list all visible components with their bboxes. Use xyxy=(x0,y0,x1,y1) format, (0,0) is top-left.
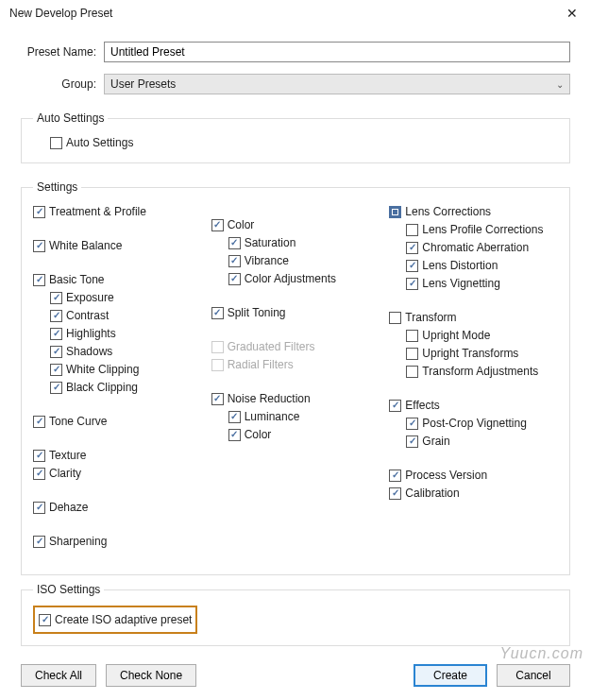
post-crop-vignetting-checkbox[interactable]: Post-Crop Vignetting xyxy=(406,416,558,431)
preset-name-row: Preset Name: xyxy=(21,42,570,62)
checkbox-label: Upright Mode xyxy=(422,328,490,343)
settings-legend: Settings xyxy=(33,180,81,194)
checkbox-icon xyxy=(389,312,401,324)
checkbox-label: Exposure xyxy=(66,290,114,305)
shadows-checkbox[interactable]: Shadows xyxy=(50,344,202,359)
checkbox-label: Color xyxy=(228,217,255,232)
transform-adjustments-checkbox[interactable]: Transform Adjustments xyxy=(406,364,558,379)
lens-distortion-checkbox[interactable]: Lens Distortion xyxy=(406,258,558,273)
checkbox-icon xyxy=(33,274,45,286)
saturation-checkbox[interactable]: Saturation xyxy=(228,235,380,250)
tone-curve-checkbox[interactable]: Tone Curve xyxy=(33,414,202,429)
checkbox-label: Color Adjustments xyxy=(245,271,336,286)
luminance-checkbox[interactable]: Luminance xyxy=(228,409,380,424)
chevron-down-icon: ⌄ xyxy=(556,79,564,90)
checkbox-label: White Balance xyxy=(49,238,122,253)
checkbox-label: Shadows xyxy=(66,344,112,359)
checkbox-icon xyxy=(211,219,224,231)
group-label: Group: xyxy=(21,77,104,91)
color-checkbox[interactable]: Color xyxy=(211,217,380,232)
checkbox-icon xyxy=(389,487,401,500)
checkbox-icon xyxy=(33,536,45,548)
iso-highlight: Create ISO adaptive preset xyxy=(33,606,197,634)
upright-mode-checkbox[interactable]: Upright Mode xyxy=(406,328,558,343)
process-version-checkbox[interactable]: Process Version xyxy=(389,468,558,483)
highlights-checkbox[interactable]: Highlights xyxy=(50,326,202,341)
checkbox-label: Tone Curve xyxy=(49,414,107,429)
checkbox-label: Black Clipping xyxy=(66,380,138,395)
nr-color-checkbox[interactable]: Color xyxy=(228,427,380,442)
check-none-button[interactable]: Check None xyxy=(106,664,196,687)
checkbox-label: Upright Transforms xyxy=(422,346,518,361)
group-select[interactable]: User Presets ⌄ xyxy=(104,74,570,94)
checkbox-icon xyxy=(228,429,241,441)
checkbox-icon xyxy=(33,416,45,428)
auto-settings-legend: Auto Settings xyxy=(33,111,108,125)
create-button[interactable]: Create xyxy=(414,664,487,687)
black-clipping-checkbox[interactable]: Black Clipping xyxy=(50,380,202,395)
color-adjustments-checkbox[interactable]: Color Adjustments xyxy=(228,271,380,286)
checkbox-icon xyxy=(389,206,401,218)
lens-corrections-checkbox[interactable]: Lens Corrections xyxy=(389,204,558,219)
settings-col-3: Lens Corrections Lens Profile Correction… xyxy=(389,201,558,552)
check-all-button[interactable]: Check All xyxy=(21,664,96,687)
preset-name-input[interactable] xyxy=(104,42,570,62)
chromatic-aberration-checkbox[interactable]: Chromatic Aberration xyxy=(406,240,558,255)
checkbox-icon xyxy=(211,359,224,371)
calibration-checkbox[interactable]: Calibration xyxy=(389,486,558,501)
checkbox-label: Sharpening xyxy=(49,534,107,549)
checkbox-icon xyxy=(211,393,224,405)
checkbox-label: Transform Adjustments xyxy=(422,364,538,379)
effects-checkbox[interactable]: Effects xyxy=(389,398,558,413)
checkbox-icon xyxy=(33,468,45,480)
checkbox-label: Lens Vignetting xyxy=(422,276,500,291)
clarity-checkbox[interactable]: Clarity xyxy=(33,466,202,481)
checkbox-icon xyxy=(406,278,418,290)
checkbox-icon xyxy=(33,502,45,514)
settings-columns: Treatment & Profile White Balance Basic … xyxy=(33,201,558,552)
grain-checkbox[interactable]: Grain xyxy=(406,434,558,449)
treatment-profile-checkbox[interactable]: Treatment & Profile xyxy=(33,204,202,219)
iso-settings-legend: ISO Settings xyxy=(33,583,104,596)
close-icon[interactable]: ✕ xyxy=(563,6,582,21)
checkbox-icon xyxy=(50,346,62,358)
create-iso-checkbox[interactable]: Create ISO adaptive preset xyxy=(39,612,192,627)
split-toning-checkbox[interactable]: Split Toning xyxy=(211,305,380,320)
checkbox-label: Contrast xyxy=(66,308,109,323)
auto-settings-label: Auto Settings xyxy=(66,135,133,150)
lens-vignetting-checkbox[interactable]: Lens Vignetting xyxy=(406,276,558,291)
checkbox-icon xyxy=(406,330,418,342)
checkbox-icon xyxy=(406,224,418,236)
cancel-button[interactable]: Cancel xyxy=(497,664,570,687)
white-balance-checkbox[interactable]: White Balance xyxy=(33,238,202,253)
vibrance-checkbox[interactable]: Vibrance xyxy=(228,253,380,268)
noise-reduction-checkbox[interactable]: Noise Reduction xyxy=(211,391,380,406)
checkbox-icon xyxy=(406,435,418,448)
checkbox-label: Post-Crop Vignetting xyxy=(422,416,527,431)
checkbox-label: White Clipping xyxy=(66,362,139,377)
checkbox-label: Saturation xyxy=(245,235,296,250)
upright-transforms-checkbox[interactable]: Upright Transforms xyxy=(406,346,558,361)
contrast-checkbox[interactable]: Contrast xyxy=(50,308,202,323)
checkbox-icon xyxy=(406,366,418,378)
checkbox-label: Process Version xyxy=(405,468,487,483)
checkbox-label: Graduated Filters xyxy=(228,339,315,354)
checkbox-icon xyxy=(228,255,241,267)
checkbox-icon xyxy=(389,470,401,482)
transform-checkbox[interactable]: Transform xyxy=(389,310,558,325)
dehaze-checkbox[interactable]: Dehaze xyxy=(33,500,202,515)
settings-col-1: Treatment & Profile White Balance Basic … xyxy=(33,201,202,552)
checkbox-icon xyxy=(33,240,45,252)
checkbox-icon xyxy=(50,292,62,304)
dialog-footer: Check All Check None Create Cancel xyxy=(21,664,570,687)
exposure-checkbox[interactable]: Exposure xyxy=(50,290,202,305)
lens-profile-corrections-checkbox[interactable]: Lens Profile Corrections xyxy=(406,222,558,237)
checkbox-label: Vibrance xyxy=(245,253,289,268)
create-iso-label: Create ISO adaptive preset xyxy=(55,612,192,627)
auto-settings-checkbox[interactable]: Auto Settings xyxy=(50,135,558,150)
watermark: Yuucn.com xyxy=(500,645,583,662)
sharpening-checkbox[interactable]: Sharpening xyxy=(33,534,202,549)
basic-tone-checkbox[interactable]: Basic Tone xyxy=(33,272,202,287)
white-clipping-checkbox[interactable]: White Clipping xyxy=(50,362,202,377)
texture-checkbox[interactable]: Texture xyxy=(33,448,202,463)
